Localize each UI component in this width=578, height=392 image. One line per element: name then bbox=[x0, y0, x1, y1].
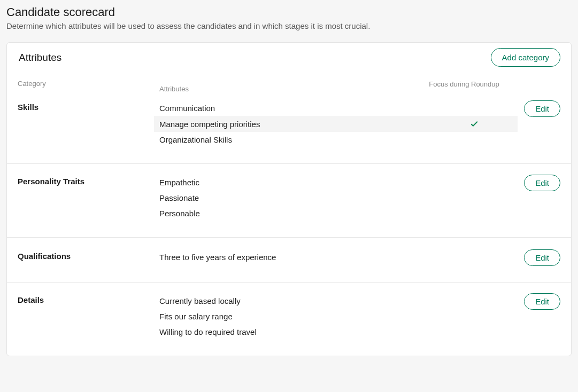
attribute-label: Communication bbox=[159, 104, 448, 113]
column-header-attributes: Attributes bbox=[159, 80, 416, 93]
attribute-row: Passionate bbox=[159, 190, 512, 206]
attribute-row: Fits our salary range bbox=[159, 309, 512, 324]
attribute-label: Manage competing priorities bbox=[159, 120, 448, 129]
attribute-row: Three to five years of experience bbox=[159, 249, 512, 265]
card-title: Attributes bbox=[19, 52, 61, 64]
attribute-label: Fits our salary range bbox=[159, 312, 448, 321]
attribute-row: Manage competing priorities bbox=[154, 116, 518, 132]
attribute-row: Empathetic bbox=[159, 175, 512, 190]
attributes-list: Currently based locallyFits our salary r… bbox=[159, 293, 512, 340]
edit-category-button[interactable]: Edit bbox=[524, 175, 560, 191]
attribute-label: Personable bbox=[159, 209, 448, 218]
attributes-list: EmpatheticPassionatePersonable bbox=[159, 175, 512, 221]
attributes-list: Three to five years of experience bbox=[159, 249, 512, 266]
category-name: Details bbox=[18, 293, 159, 340]
category-name: Qualifications bbox=[18, 249, 159, 266]
attribute-label: Three to five years of experience bbox=[159, 253, 448, 262]
edit-category-button[interactable]: Edit bbox=[524, 293, 560, 310]
category-section: DetailsCurrently based locallyFits our s… bbox=[7, 283, 571, 356]
edit-category-button[interactable]: Edit bbox=[524, 249, 560, 266]
attribute-label: Passionate bbox=[159, 193, 448, 202]
attribute-row: Organizational Skills bbox=[159, 132, 512, 147]
category-section: SkillsCommunicationManage competing prio… bbox=[7, 98, 571, 164]
attribute-row: Currently based locally bbox=[159, 293, 512, 309]
attribute-row: Willing to do required travel bbox=[159, 324, 512, 340]
attribute-label: Empathetic bbox=[159, 178, 448, 187]
focus-cell bbox=[448, 119, 512, 129]
column-header-focus: Focus during Roundup bbox=[416, 80, 512, 90]
edit-cell: Edit bbox=[512, 175, 560, 221]
attribute-label: Organizational Skills bbox=[159, 135, 448, 144]
category-name: Skills bbox=[18, 100, 159, 147]
category-section: QualificationsThree to five years of exp… bbox=[7, 238, 571, 283]
column-header-category: Category bbox=[18, 80, 159, 88]
edit-cell: Edit bbox=[512, 249, 560, 266]
page-subtitle: Determine which attributes will be used … bbox=[6, 21, 572, 30]
add-category-button[interactable]: Add category bbox=[491, 48, 560, 67]
attribute-row: Communication bbox=[159, 100, 512, 116]
attributes-card: Attributes Add category Category Attribu… bbox=[6, 42, 572, 356]
attribute-row: Personable bbox=[159, 206, 512, 221]
edit-category-button[interactable]: Edit bbox=[524, 100, 560, 117]
attributes-list: CommunicationManage competing priorities… bbox=[159, 100, 512, 147]
check-icon bbox=[469, 119, 479, 129]
page-title: Candidate scorecard bbox=[6, 5, 572, 19]
edit-cell: Edit bbox=[512, 293, 560, 340]
attribute-label: Currently based locally bbox=[159, 296, 448, 305]
category-section: Personality TraitsEmpatheticPassionatePe… bbox=[7, 164, 571, 238]
category-name: Personality Traits bbox=[18, 175, 159, 221]
edit-cell: Edit bbox=[512, 100, 560, 147]
attribute-label: Willing to do required travel bbox=[159, 327, 448, 336]
